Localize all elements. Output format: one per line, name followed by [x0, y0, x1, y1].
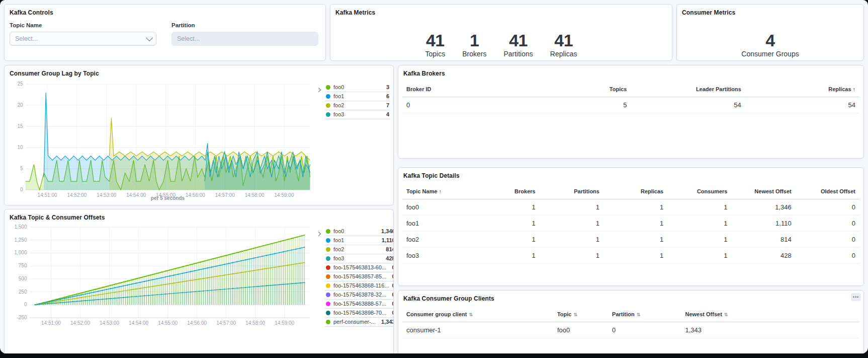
svg-text:14:58:00: 14:58:00 [245, 192, 265, 198]
svg-text:20: 20 [17, 102, 23, 108]
column-header[interactable]: Brokers [475, 184, 539, 199]
column-header-label: Oldest Offset [821, 188, 855, 194]
legend-color-dot [326, 311, 330, 315]
panel-topic-details: Kafka Topic Details Topic Name↑BrokersPa… [398, 167, 864, 286]
legend-item[interactable]: foo-1575463857-85...0 [325, 272, 394, 281]
topic-name-label: Topic Name [10, 22, 156, 28]
column-header[interactable]: Newest Offset [731, 184, 795, 199]
offsets-chart-body: 1,5001,2501,0007505002500-25014:51:0014:… [5, 223, 393, 333]
column-header[interactable]: Broker ID [402, 82, 516, 97]
consumer-clients-table-wrap: Consumer group client⇅Topic⇅Partition⇅Ne… [398, 307, 863, 338]
legend-item[interactable]: foo-1575463878-32...0 [325, 291, 394, 300]
legend-value: 0 [392, 282, 394, 289]
legend-label: foo1 [333, 93, 383, 99]
table-row: foo211118140 [402, 232, 859, 248]
legend-item[interactable]: foo01,346 [325, 227, 394, 236]
legend-item[interactable]: foo-1575463868-116...0 [325, 281, 394, 291]
column-header[interactable]: Newest Offset⇅ [681, 307, 859, 322]
table-cell: 0 [796, 248, 859, 264]
partition-select[interactable]: Select... [171, 32, 318, 46]
metric: 41Replicas [550, 31, 577, 58]
column-header-label: Replicas [641, 188, 663, 194]
table-cell: 1,343 [681, 322, 859, 338]
column-header[interactable]: Consumers [667, 184, 731, 199]
legend-item[interactable]: foo2814 [325, 245, 394, 254]
metric-label: Replicas [550, 50, 577, 58]
panel-title: Kafka Controls [5, 5, 325, 18]
table-cell: 1 [540, 216, 603, 232]
legend-item[interactable]: foo-1575463898-70...0 [325, 309, 394, 318]
legend-item[interactable]: foo-1575463813-60...0 [325, 263, 394, 272]
table-cell: 1 [475, 199, 539, 216]
svg-text:14:53:00: 14:53:00 [100, 320, 119, 326]
legend-item[interactable]: perf-consumer-...1,343 [325, 318, 394, 327]
column-header[interactable]: Leader Partitions [631, 82, 745, 97]
legend-item[interactable]: foo27 [325, 101, 390, 110]
column-header[interactable]: Topics [516, 82, 631, 97]
legend-collapse-button[interactable] [317, 227, 325, 333]
metric: 4Consumer Groups [741, 31, 799, 58]
table-cell: 1 [540, 248, 603, 264]
metric-value: 41 [425, 31, 446, 49]
table-header-row: Consumer group client⇅Topic⇅Partition⇅Ne… [402, 307, 859, 322]
panel-kafka-brokers: Kafka Brokers Broker IDTopicsLeader Part… [398, 65, 864, 159]
svg-text:25: 25 [17, 81, 23, 87]
column-header-label: Partition [612, 311, 635, 317]
column-header[interactable]: Topic⇅ [553, 307, 608, 322]
legend-value: 6 [386, 93, 389, 99]
panel-title: Consumer Metrics [677, 5, 863, 18]
legend-label: foo1 [333, 237, 379, 243]
legend-item[interactable]: foo34 [325, 110, 390, 119]
legend-item[interactable]: foo3428 [325, 254, 394, 263]
legend-item[interactable]: foo11,110 [325, 236, 394, 245]
column-header-label: Partitions [574, 188, 599, 194]
panel-title: Consumer Group Lag by Topic [5, 65, 393, 79]
column-header[interactable]: Replicas↑ [745, 82, 859, 97]
offsets-chart-svg: 1,5001,2501,0007505002500-25014:51:0014:… [8, 224, 317, 331]
offsets-chart-legend: foo01,346foo11,110foo2814foo3428foo-1575… [317, 224, 390, 333]
legend-item[interactable]: foo03 [325, 83, 390, 92]
table-header-row: Broker IDTopicsLeader PartitionsReplicas… [402, 82, 859, 97]
legend-label: foo2 [333, 102, 383, 108]
column-header-label: Brokers [514, 188, 536, 194]
svg-text:-250: -250 [17, 315, 27, 320]
legend-color-dot [326, 94, 330, 99]
legend-label: foo-1575463868-116... [333, 282, 389, 289]
legend-value: 1,343 [381, 319, 394, 325]
panel-title: Kafka Metrics [330, 5, 672, 18]
legend-collapse-button[interactable] [317, 83, 325, 205]
legend-color-dot [326, 283, 330, 288]
svg-text:14:59:00: 14:59:00 [275, 192, 294, 198]
table-cell: foo2 [402, 232, 475, 248]
legend-label: foo0 [333, 228, 378, 234]
column-header-label: Newest Offset [754, 188, 791, 194]
column-header[interactable]: Partition⇅ [608, 307, 681, 322]
topic-name-select[interactable]: Select... [10, 32, 156, 46]
chevron-right-icon [317, 87, 322, 93]
legend-item[interactable]: foo-1575463888-57...0 [325, 300, 394, 309]
svg-text:1,250: 1,250 [14, 237, 27, 243]
topic-name-placeholder: Select... [15, 35, 38, 42]
legend-item[interactable]: foo16 [325, 92, 390, 101]
consumer-metrics-row: 4Consumer Groups [677, 18, 863, 58]
column-header[interactable]: Oldest Offset [796, 184, 859, 199]
column-header[interactable]: Topic Name↑ [402, 184, 475, 199]
topic-name-control: Topic Name Select... [10, 22, 156, 46]
metric: 41Partitions [503, 31, 533, 58]
column-header[interactable]: Replicas [603, 184, 667, 199]
panel-options-button[interactable]: ••• [851, 293, 861, 301]
column-header[interactable]: Partitions [540, 184, 603, 199]
table-row: foo311114280 [402, 248, 859, 264]
legend-color-dot [326, 302, 330, 306]
legend-label: foo-1575463857-85... [333, 273, 389, 279]
dashboard-viewport: Kafka Controls Topic Name Select... Part… [0, 0, 868, 353]
column-header[interactable]: Consumer group client⇅ [402, 307, 553, 322]
legend-value: 0 [392, 301, 394, 307]
panel-lag-chart: Consumer Group Lag by Topic 252015105014… [4, 65, 394, 205]
table-cell: 1 [475, 232, 539, 248]
topic-details-table: Topic Name↑BrokersPartitionsReplicasCons… [402, 184, 859, 264]
consumer-clients-table: Consumer group client⇅Topic⇅Partition⇅Ne… [402, 307, 859, 338]
table-cell: 1 [603, 216, 667, 232]
svg-text:14:54:00: 14:54:00 [129, 320, 148, 326]
table-cell: 1 [475, 216, 539, 232]
